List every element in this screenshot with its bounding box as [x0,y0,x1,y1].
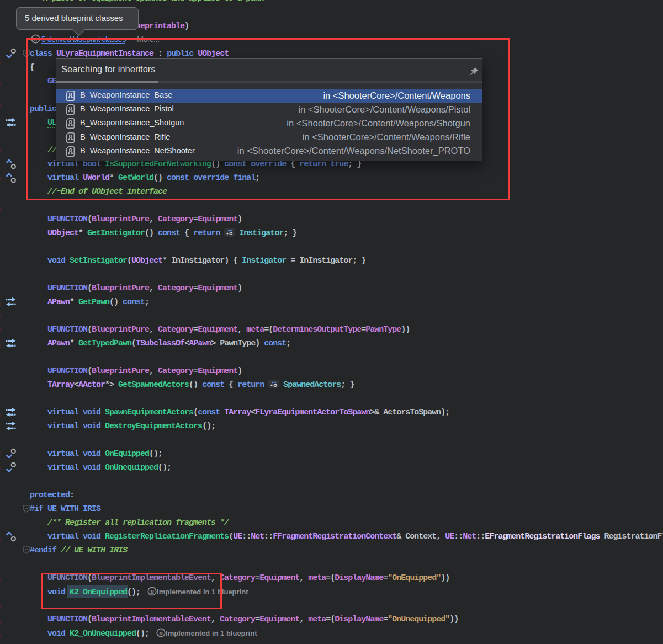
svg-text:u: u [159,629,163,636]
